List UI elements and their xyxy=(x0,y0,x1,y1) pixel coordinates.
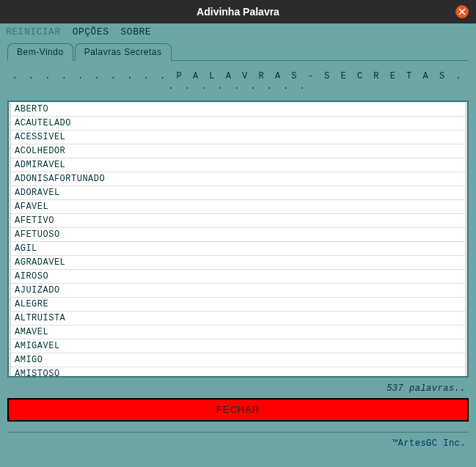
tab-bar: Bem-Vindo Palavras Secretas xyxy=(7,43,469,61)
word-item[interactable]: AIROSO xyxy=(11,270,465,283)
tab-bemvindo[interactable]: Bem-Vindo xyxy=(7,43,73,61)
word-item[interactable]: ABERTO xyxy=(11,103,465,116)
word-item[interactable]: AFETUOSO xyxy=(11,228,465,241)
word-item[interactable]: AGIL xyxy=(11,242,465,255)
menu-sobre[interactable]: Sobre xyxy=(121,26,152,37)
word-list[interactable]: ABERTOACAUTELADOACESSIVELACOLHEDORADMIRA… xyxy=(9,102,467,376)
close-icon xyxy=(458,8,466,15)
word-item[interactable]: AMIGAVEL xyxy=(11,339,465,353)
word-item[interactable]: ACESSIVEL xyxy=(11,130,465,144)
content-area: Bem-Vindo Palavras Secretas . . . . . . … xyxy=(0,40,476,456)
word-item[interactable]: AMISTOSO xyxy=(11,367,465,376)
word-item[interactable]: AMIGO xyxy=(11,353,465,367)
word-item[interactable]: AFAVEL xyxy=(11,200,465,213)
divider xyxy=(7,432,469,433)
word-item[interactable]: ACAUTELADO xyxy=(11,117,465,130)
word-item[interactable]: AFETIVO xyxy=(11,214,465,227)
fechar-button[interactable]: Fechar xyxy=(7,398,469,422)
word-item[interactable]: ADONISAFORTUNADO xyxy=(11,172,465,185)
word-item[interactable]: ACOLHEDOR xyxy=(11,144,465,158)
tab-palavras-secretas[interactable]: Palavras Secretas xyxy=(75,43,172,61)
section-title: . . . . . . . . . . P A L A V R A S - S … xyxy=(7,71,469,92)
palavras-panel: . . . . . . . . . . P A L A V R A S - S … xyxy=(7,61,469,449)
word-item[interactable]: AMAVEL xyxy=(11,326,465,339)
window-close-button[interactable] xyxy=(455,5,469,18)
word-item[interactable]: AJUIZADO xyxy=(11,284,465,297)
word-item[interactable]: ALTRUISTA xyxy=(11,312,465,325)
fechar-button-label: Fechar xyxy=(216,404,260,415)
word-item[interactable]: ALEGRE xyxy=(11,298,465,311)
menu-bar: Reiniciar Opções Sobre xyxy=(0,23,476,40)
word-item[interactable]: ADORAVEL xyxy=(11,186,465,199)
titlebar: Adivinha Palavra xyxy=(0,0,476,23)
menu-reiniciar[interactable]: Reiniciar xyxy=(6,26,61,37)
word-list-frame: ABERTOACAUTELADOACESSIVELACOLHEDORADMIRA… xyxy=(7,100,469,378)
word-item[interactable]: AGRADAVEL xyxy=(11,256,465,269)
menu-opcoes[interactable]: Opções xyxy=(73,26,109,37)
tab-label: Bem-Vindo xyxy=(17,47,64,57)
word-item[interactable]: ADMIRAVEL xyxy=(11,158,465,172)
footer-brand: ™ArtesGC Inc. xyxy=(7,438,469,449)
window-title: Adivinha Palavra xyxy=(197,6,279,18)
word-count-text: 537 palavras.. xyxy=(7,383,466,394)
tab-label: Palavras Secretas xyxy=(84,47,162,57)
